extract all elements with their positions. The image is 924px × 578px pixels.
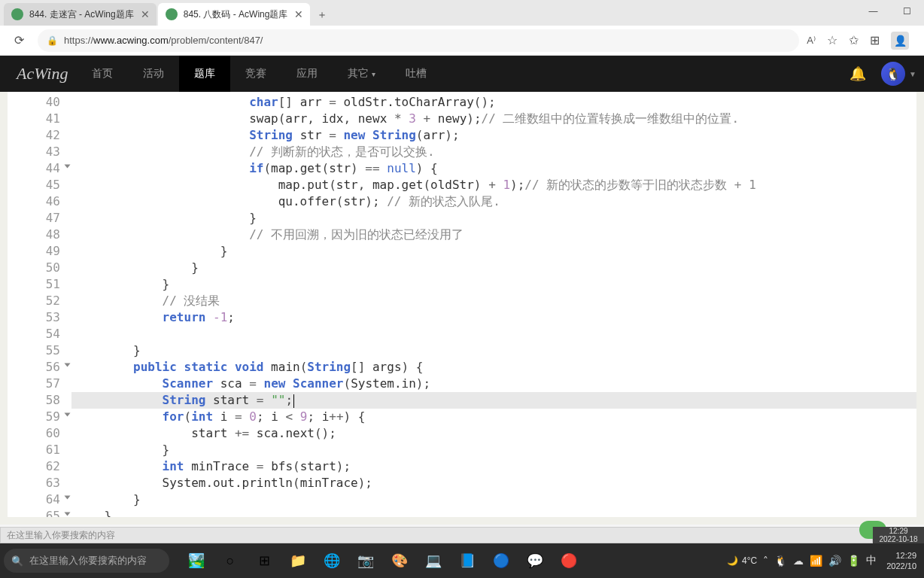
- code-editor[interactable]: 4041424344454647484950515253545556575859…: [8, 92, 916, 517]
- nav-item-5[interactable]: 其它▾: [333, 56, 391, 92]
- code-area[interactable]: char[] arr = oldStr.toCharArray(); swap(…: [71, 92, 916, 517]
- code-line[interactable]: return -1;: [71, 309, 916, 326]
- fold-marker-icon[interactable]: [65, 364, 71, 367]
- nav-item-4[interactable]: 应用: [281, 56, 333, 92]
- battery-icon[interactable]: 🔋: [847, 555, 860, 567]
- line-number: 60: [8, 425, 60, 442]
- close-tab-icon[interactable]: ✕: [140, 9, 150, 20]
- code-line[interactable]: for(int i = 0; i < 9; i++) {: [71, 409, 916, 425]
- code-line[interactable]: map.put(str, map.get(oldStr) + 1);// 新的状…: [71, 177, 916, 193]
- taskbar-search[interactable]: 🔍 在这里输入你要搜索的内容: [4, 549, 169, 573]
- code-line[interactable]: if(map.get(str) == null) {: [71, 160, 916, 177]
- url-text: https://www.acwing.com/problem/content/8…: [64, 35, 263, 46]
- close-tab-icon[interactable]: ✕: [293, 9, 304, 20]
- edge-icon[interactable]: 🌐: [316, 546, 348, 576]
- nav-item-1[interactable]: 活动: [128, 56, 179, 92]
- task-view-icon[interactable]: ⊞: [248, 546, 280, 576]
- network-icon[interactable]: 📶: [810, 555, 822, 567]
- code-line[interactable]: String start = "";: [71, 392, 916, 409]
- ide-icon[interactable]: 💻: [418, 546, 449, 576]
- paint-icon[interactable]: 🎨: [384, 546, 415, 576]
- code-line[interactable]: public static void main(String[] args) {: [71, 359, 916, 376]
- nav-items: 首页活动题库竞赛应用其它▾吐槽: [77, 56, 442, 92]
- code-line[interactable]: Scanner sca = new Scanner(System.in);: [71, 376, 916, 392]
- cortana-icon[interactable]: ○: [214, 546, 246, 576]
- code-line[interactable]: }: [71, 276, 916, 293]
- code-line[interactable]: // 没结果: [71, 293, 916, 309]
- line-number: 61: [8, 442, 60, 458]
- nav-item-0[interactable]: 首页: [77, 56, 128, 92]
- url-bar: ⟳ 🔒 https://www.acwing.com/problem/conte…: [0, 26, 924, 56]
- volume-icon[interactable]: 🔊: [828, 555, 841, 567]
- line-gutter: 4041424344454647484950515253545556575859…: [8, 92, 71, 517]
- brand-logo[interactable]: AcWing: [8, 64, 77, 84]
- read-aloud-icon[interactable]: A⁾: [807, 35, 816, 46]
- code-line[interactable]: // 判断新的状态，是否可以交换.: [71, 144, 916, 160]
- code-line[interactable]: qu.offer(str); // 新的状态入队尾.: [71, 193, 916, 210]
- camera-icon[interactable]: 📷: [350, 546, 381, 576]
- profile-avatar[interactable]: 👤: [891, 32, 909, 50]
- taskbar: 🔍 在这里输入你要搜索的内容 🏞️ ○ ⊞ 📁 🌐 📷 🎨 💻 📘 🔵 💬 🔴 …: [0, 543, 924, 578]
- code-line[interactable]: }: [71, 243, 916, 260]
- search-input[interactable]: 在这里输入你要搜索的内容: [0, 527, 873, 543]
- code-line[interactable]: [71, 326, 916, 342]
- code-line[interactable]: }: [71, 491, 916, 508]
- bell-icon[interactable]: 🔔: [850, 65, 866, 82]
- new-tab-button[interactable]: ＋: [312, 5, 333, 26]
- tray-chevron-icon[interactable]: ˄: [763, 555, 768, 567]
- reload-button[interactable]: ⟳: [8, 29, 30, 52]
- code-line[interactable]: }: [71, 210, 916, 227]
- code-line[interactable]: // 不用回溯，因为旧的状态已经没用了: [71, 227, 916, 243]
- collections-icon[interactable]: ⊞: [870, 33, 880, 47]
- code-line[interactable]: }: [71, 342, 916, 359]
- nav-item-2[interactable]: 题库: [179, 56, 230, 92]
- ime-indicator[interactable]: 中: [866, 554, 877, 567]
- line-number: 47: [8, 210, 60, 227]
- line-number: 64: [8, 491, 60, 508]
- address-field[interactable]: 🔒 https://www.acwing.com/problem/content…: [38, 29, 799, 52]
- code-line[interactable]: }: [71, 442, 916, 458]
- code-line[interactable]: }: [71, 508, 916, 517]
- nav-item-3[interactable]: 竞赛: [230, 56, 281, 92]
- code-line[interactable]: start += sca.next();: [71, 425, 916, 442]
- nav-item-6[interactable]: 吐槽: [391, 56, 442, 92]
- code-line[interactable]: swap(arr, idx, newx * 3 + newy);// 二维数组中…: [71, 111, 916, 127]
- caret-down-icon[interactable]: ▼: [909, 70, 916, 78]
- browser-tab[interactable]: 844. 走迷宫 - AcWing题库 ✕: [4, 3, 157, 26]
- user-avatar[interactable]: [881, 62, 905, 86]
- favorites-bar-icon[interactable]: ✩: [849, 33, 859, 47]
- code-line[interactable]: }: [71, 260, 916, 276]
- weather-widget[interactable]: 🌙 4°C: [727, 555, 757, 566]
- wechat-icon[interactable]: 💬: [519, 546, 551, 576]
- code-line[interactable]: System.out.println(minTrace);: [71, 475, 916, 491]
- browser-tab-strip: 844. 走迷宫 - AcWing题库 ✕ 845. 八数码 - AcWing题…: [0, 0, 924, 26]
- cloud-icon[interactable]: ☁: [793, 555, 804, 567]
- record-icon[interactable]: 🔴: [553, 546, 585, 576]
- media-icon[interactable]: 🔵: [485, 546, 517, 576]
- favorite-icon[interactable]: ☆: [827, 33, 837, 47]
- line-number: 40: [8, 94, 60, 111]
- fold-marker-icon[interactable]: [65, 165, 71, 169]
- taskbar-app-widget[interactable]: 🏞️: [181, 546, 212, 576]
- code-line[interactable]: int minTrace = bfs(start);: [71, 458, 916, 475]
- fold-marker-icon[interactable]: [65, 496, 71, 500]
- line-number: 53: [8, 309, 60, 326]
- taskbar-clock[interactable]: 12:29 2022/10: [883, 550, 920, 571]
- line-number: 58: [8, 392, 60, 409]
- line-number: 45: [8, 177, 60, 193]
- word-icon[interactable]: 📘: [451, 546, 483, 576]
- fold-marker-icon[interactable]: [65, 413, 71, 417]
- code-line[interactable]: char[] arr = oldStr.toCharArray();: [71, 94, 916, 111]
- browser-tab[interactable]: 845. 八数码 - AcWing题库 ✕: [158, 3, 311, 26]
- file-explorer-icon[interactable]: 📁: [282, 546, 314, 576]
- minimize-button[interactable]: —: [856, 0, 890, 23]
- fold-marker-icon[interactable]: [65, 513, 71, 516]
- maximize-button[interactable]: ☐: [890, 0, 924, 23]
- editor-wrap: 4041424344454647484950515253545556575859…: [0, 92, 924, 525]
- search-placeholder: 在这里输入你要搜索的内容: [7, 529, 115, 542]
- qq-icon[interactable]: 🐧: [774, 555, 787, 567]
- line-number: 49: [8, 243, 60, 260]
- code-line[interactable]: String str = new String(arr);: [71, 127, 916, 144]
- caret-down-icon: ▾: [372, 70, 375, 78]
- line-number: 50: [8, 260, 60, 276]
